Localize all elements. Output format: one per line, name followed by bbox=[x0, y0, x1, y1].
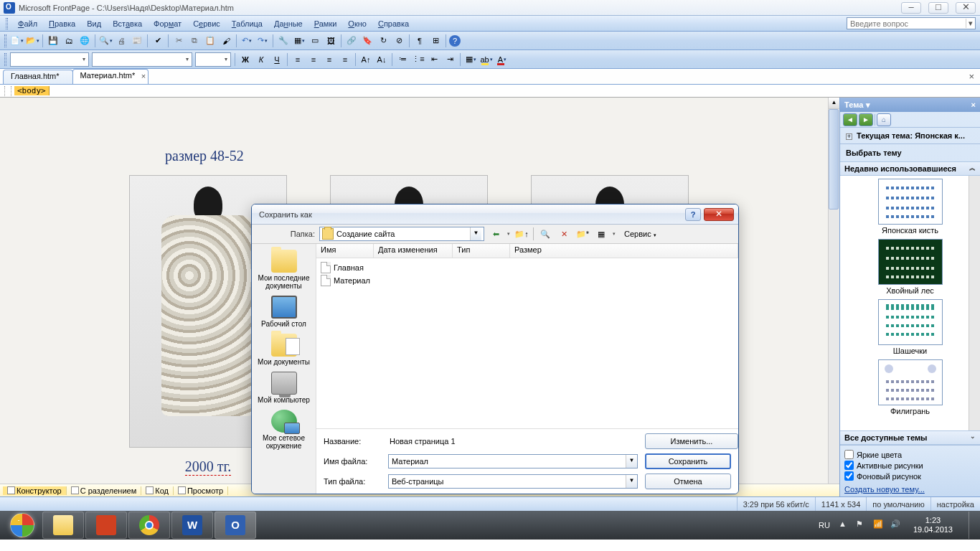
nav-home-button[interactable]: ⌂ bbox=[877, 113, 891, 126]
save-button[interactable]: Сохранить bbox=[645, 453, 731, 469]
view-preview-button[interactable]: Просмотр bbox=[174, 486, 228, 495]
publish-button[interactable]: 🌐 bbox=[77, 34, 92, 48]
bookmark-button[interactable]: 🔖 bbox=[360, 34, 374, 48]
background-graphic-checkbox[interactable]: Фоновый рисунок bbox=[844, 471, 976, 481]
cancel-button[interactable]: Отмена bbox=[645, 474, 731, 489]
menu-insert[interactable]: Вставка bbox=[107, 18, 148, 29]
menu-tools[interactable]: Сервис bbox=[187, 18, 226, 29]
web-component-button[interactable]: 🔧 bbox=[276, 34, 291, 48]
toolbar-handle[interactable] bbox=[4, 53, 6, 66]
view-code-button[interactable]: Код bbox=[141, 486, 174, 495]
menu-frames[interactable]: Рамки bbox=[308, 18, 343, 29]
help-question-box[interactable]: ▾ bbox=[847, 17, 976, 29]
theme-item[interactable]: Филигрань bbox=[843, 359, 977, 415]
filename-dropdown-icon[interactable]: ▼ bbox=[626, 455, 637, 468]
current-theme-row[interactable]: + Текущая тема: Японская к... bbox=[840, 128, 980, 144]
task-powerpoint[interactable] bbox=[85, 512, 127, 539]
new-button[interactable]: 📄 bbox=[9, 34, 24, 48]
picture-button[interactable]: 🖼 bbox=[324, 34, 338, 48]
print-button[interactable]: 🖨 bbox=[114, 34, 128, 48]
redo-button[interactable]: ↷ bbox=[255, 34, 270, 48]
dialog-help-button[interactable]: ? bbox=[685, 208, 701, 221]
align-right-button[interactable]: ≡ bbox=[322, 52, 336, 67]
vertical-scrollbar[interactable]: ▲ ▼ bbox=[828, 98, 839, 496]
theme-item[interactable]: Хвойный лес bbox=[843, 239, 977, 295]
back-button[interactable]: ⬅ bbox=[489, 227, 503, 241]
undo-button[interactable]: ↶ bbox=[240, 34, 254, 48]
file-item[interactable]: Материал bbox=[319, 274, 735, 287]
change-button[interactable]: Изменить... bbox=[645, 433, 738, 449]
help-question-input[interactable] bbox=[847, 19, 966, 28]
table-insert-button[interactable]: ▦ bbox=[292, 34, 306, 48]
service-menu[interactable]: Сервис ▾ bbox=[620, 228, 661, 240]
preview-button[interactable]: 🔍 bbox=[98, 34, 113, 48]
scroll-thumb[interactable] bbox=[829, 109, 839, 209]
task-explorer[interactable] bbox=[42, 512, 84, 539]
bullet-list-button[interactable]: ⋮≡ bbox=[411, 52, 425, 67]
delete-button[interactable]: ✕ bbox=[557, 227, 571, 241]
nav-back-button[interactable]: ◄ bbox=[843, 113, 857, 126]
tray-up-icon[interactable]: ▲ bbox=[839, 519, 850, 531]
document-tab[interactable]: Материал.htm* × bbox=[72, 69, 149, 84]
file-list[interactable]: Главная Материал bbox=[316, 258, 738, 428]
show-all-button[interactable]: ¶ bbox=[413, 34, 427, 48]
menubar-handle[interactable] bbox=[6, 18, 8, 29]
panel-close-icon[interactable]: × bbox=[971, 100, 976, 109]
menu-file[interactable]: Файл bbox=[12, 18, 43, 29]
style-select[interactable] bbox=[10, 52, 89, 67]
flag-icon[interactable]: ⚑ bbox=[856, 519, 867, 531]
font-color-button[interactable]: A bbox=[495, 52, 509, 67]
volume-icon[interactable]: 🔊 bbox=[890, 519, 902, 531]
recent-themes-header[interactable]: Недавно использовавшиеся ︽ bbox=[840, 161, 980, 176]
toolbar-handle[interactable] bbox=[4, 34, 6, 47]
quick-tag-handle[interactable] bbox=[4, 86, 11, 96]
place-recent[interactable]: Мои последние документы bbox=[252, 247, 316, 293]
hyperlink-button[interactable]: 🔗 bbox=[344, 34, 359, 48]
underline-button[interactable]: Ч bbox=[270, 52, 284, 67]
place-network[interactable]: Мое сетевое окружение bbox=[252, 407, 316, 453]
panel-dropdown-icon[interactable]: ▾ bbox=[866, 100, 870, 110]
theme-item[interactable]: Шашечки bbox=[843, 299, 977, 355]
place-computer[interactable]: Мой компьютер bbox=[252, 369, 316, 407]
filetype-select[interactable]: ▼ bbox=[388, 474, 638, 489]
col-modified[interactable]: Дата изменения bbox=[374, 244, 453, 258]
align-justify-button[interactable]: ≡ bbox=[338, 52, 352, 67]
menu-format[interactable]: Формат bbox=[148, 18, 187, 29]
fontsize-select[interactable] bbox=[195, 52, 231, 67]
tab-close-icon[interactable]: × bbox=[141, 72, 146, 80]
spellcheck-button[interactable]: ✔ bbox=[151, 34, 165, 48]
dialog-close-button[interactable]: ✕ bbox=[704, 208, 734, 221]
network-icon[interactable]: 📶 bbox=[873, 519, 885, 531]
menu-view[interactable]: Вид bbox=[81, 18, 107, 29]
help-question-dropdown-icon[interactable]: ▾ bbox=[966, 19, 975, 28]
copy-button[interactable]: ⧉ bbox=[187, 34, 202, 48]
close-window-button[interactable] bbox=[956, 2, 976, 14]
document-area[interactable]: размер 48-52 2000 тг. 1500 тг. 3000 тг. … bbox=[0, 98, 839, 496]
col-name[interactable]: Имя bbox=[316, 244, 374, 258]
start-button[interactable] bbox=[3, 512, 42, 539]
filename-input[interactable] bbox=[389, 457, 626, 466]
decrease-font-button[interactable]: A↓ bbox=[374, 52, 389, 67]
view-design-button[interactable]: Конструктор bbox=[3, 486, 67, 495]
menu-edit[interactable]: Правка bbox=[43, 18, 81, 29]
theme-panel-header[interactable]: Тема ▾ × bbox=[840, 98, 980, 112]
layer-button[interactable]: ▭ bbox=[308, 34, 322, 48]
paste-button[interactable]: 📋 bbox=[203, 34, 217, 48]
highlight-button[interactable]: ab bbox=[479, 52, 494, 67]
task-frontpage[interactable]: O bbox=[215, 512, 256, 539]
folder-dropdown-icon[interactable]: ▼ bbox=[470, 227, 481, 240]
stop-button[interactable]: ⊘ bbox=[392, 34, 406, 48]
task-chrome[interactable] bbox=[128, 512, 170, 539]
align-left-button[interactable]: ≡ bbox=[291, 52, 305, 67]
all-themes-header[interactable]: Все доступные темы ⌄ bbox=[840, 430, 980, 445]
save-button[interactable]: 💾 bbox=[46, 34, 60, 48]
numbered-list-button[interactable]: ≔ bbox=[395, 52, 410, 67]
show-desktop-button[interactable] bbox=[969, 512, 976, 539]
menu-window[interactable]: Окно bbox=[342, 18, 372, 29]
status-mode[interactable]: по умолчанию bbox=[866, 497, 930, 511]
menu-table[interactable]: Таблица bbox=[226, 18, 268, 29]
views-button[interactable]: ▦ bbox=[594, 227, 608, 241]
open-button[interactable]: 📂 bbox=[25, 34, 39, 48]
language-indicator[interactable]: RU bbox=[816, 519, 833, 531]
new-theme-link[interactable]: Создать новую тему... bbox=[844, 485, 925, 494]
